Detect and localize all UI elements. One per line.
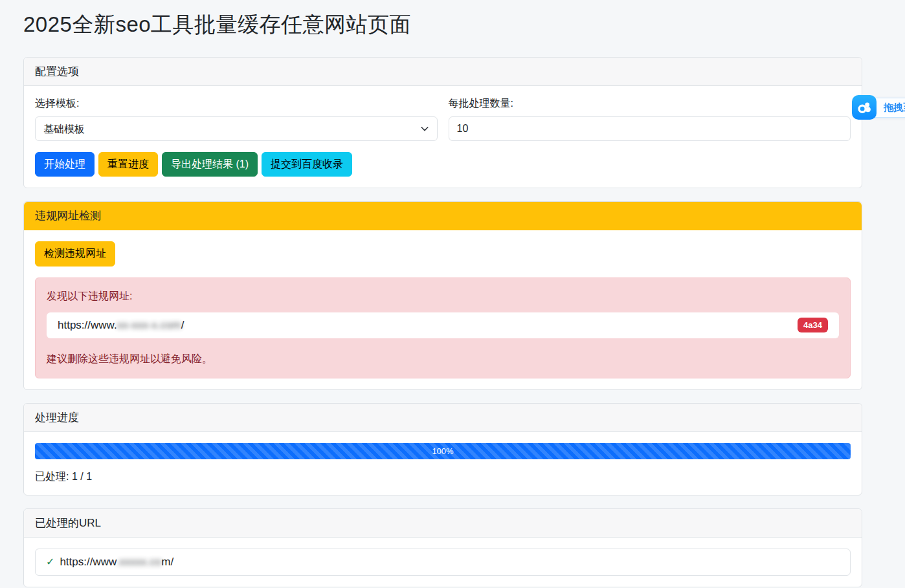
export-results-button[interactable]: 导出处理结果 (1) — [162, 152, 258, 177]
processed-url-masked: .xxxxx.co — [116, 556, 161, 568]
drag-target-label: 拖拽至 — [884, 102, 905, 114]
violation-url: https://www.xx-xxx-x.com/ — [58, 319, 184, 332]
progress-track: 100% — [35, 443, 851, 459]
processed-url-item: ✓ https://www.xxxxx.com/ — [35, 549, 851, 576]
detect-violation-button[interactable]: 检测违规网址 — [35, 241, 115, 266]
progress-card-header: 处理进度 — [24, 404, 862, 432]
processed-url-suffix: m/ — [161, 556, 173, 568]
page-title: 2025全新seo工具批量缓存任意网站页面 — [23, 10, 862, 39]
processed-url-prefix: https://www — [60, 556, 116, 568]
violation-url-suffix: / — [181, 319, 184, 331]
start-processing-button[interactable]: 开始处理 — [35, 152, 95, 177]
baidu-netdisk-drag-widget[interactable]: 拖拽至 — [852, 95, 905, 120]
progress-bar: 100% — [35, 443, 851, 459]
violation-alert: 发现以下违规网址: https://www.xx-xxx-x.com/ 4a34… — [35, 278, 851, 378]
baidu-netdisk-icon[interactable] — [852, 95, 877, 120]
progress-card-body: 100% 已处理: 1 / 1 — [24, 432, 862, 495]
config-card-body: 选择模板: 基础模板 每批处理数量: 开始处理 — [24, 86, 862, 188]
violation-url-prefix: https://www. — [58, 319, 117, 331]
processed-count: 已处理: 1 / 1 — [35, 470, 851, 484]
config-card-header: 配置选项 — [24, 58, 862, 86]
processed-count-label: 已处理: — [35, 471, 69, 482]
processed-url-card-body: ✓ https://www.xxxxx.com/ — [24, 538, 862, 587]
reset-progress-button[interactable]: 重置进度 — [98, 152, 158, 177]
progress-percent-label: 100% — [432, 446, 453, 456]
violation-alert-intro: 发现以下违规网址: — [47, 290, 839, 303]
violation-card: 违规网址检测 检测违规网址 发现以下违规网址: https://www.xx-x… — [23, 201, 862, 389]
submit-baidu-button[interactable]: 提交到百度收录 — [262, 152, 352, 177]
processed-url-card-header: 已处理的URL — [24, 509, 862, 538]
processed-url-card: 已处理的URL ✓ https://www.xxxxx.com/ — [23, 508, 862, 587]
batch-size-label: 每批处理数量: — [449, 97, 851, 111]
processed-count-value: 1 / 1 — [72, 471, 92, 482]
page-container: 2025全新seo工具批量缓存任意网站页面 配置选项 选择模板: 基础模板 — [0, 0, 905, 587]
processed-url: https://www.xxxxx.com/ — [60, 556, 173, 569]
config-card: 配置选项 选择模板: 基础模板 每批处理数量: — [23, 57, 862, 188]
check-icon: ✓ — [46, 556, 54, 568]
violation-card-body: 检测违规网址 发现以下违规网址: https://www.xx-xxx-x.co… — [24, 230, 862, 389]
violation-alert-advice: 建议删除这些违规网址以避免风险。 — [47, 353, 839, 366]
violation-url-masked: xx-xxx-x.com — [117, 319, 181, 331]
violation-card-header: 违规网址检测 — [24, 202, 862, 230]
template-select[interactable]: 基础模板 — [35, 116, 438, 141]
template-select-label: 选择模板: — [35, 97, 438, 111]
violation-url-item: https://www.xx-xxx-x.com/ 4a34 — [47, 312, 839, 338]
progress-card: 处理进度 100% 已处理: 1 / 1 — [23, 403, 862, 495]
batch-size-input[interactable] — [449, 116, 851, 141]
violation-code-badge: 4a34 — [798, 318, 828, 332]
